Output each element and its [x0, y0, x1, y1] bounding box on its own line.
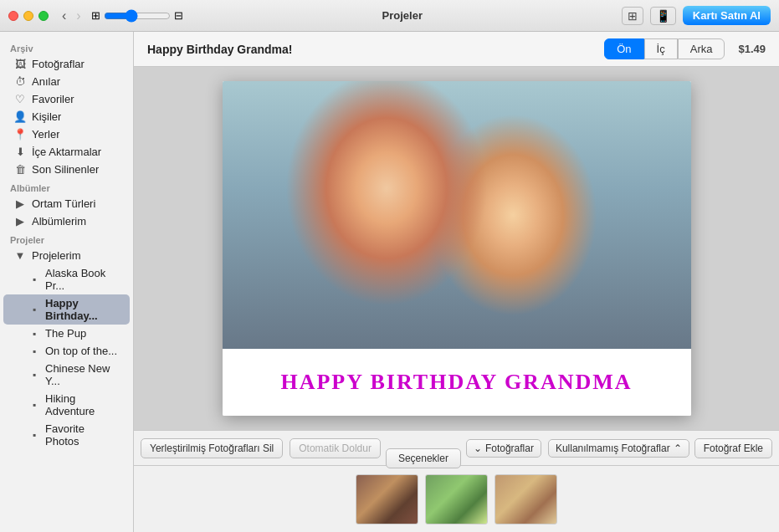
sidebar-item-label: Favoriler	[32, 93, 74, 105]
tab-inside[interactable]: İç	[644, 38, 678, 59]
project-icon: ▪	[28, 304, 40, 315]
sidebar-item-my-albums[interactable]: ▶ Albümlerim	[3, 212, 130, 230]
sidebar-item-label: Projelerim	[32, 249, 81, 262]
sidebar-item-label: Hiking Adventure	[45, 392, 120, 417]
collapse-icon: ▶	[13, 215, 27, 228]
sidebar-item-imports[interactable]: ⬇ İçe Aktarmalar	[3, 143, 130, 161]
window-title: Projeler	[183, 9, 622, 22]
photos-icon: 🖼	[13, 58, 27, 70]
card-photo	[223, 81, 691, 349]
card-text-area: HAPPY BIRTHDAY GRANDMA	[223, 349, 691, 416]
photos-dropdown-label: Fotoğraflar	[485, 442, 534, 454]
close-button[interactable]	[8, 11, 18, 21]
dropdown-arrow: ⌄	[474, 442, 482, 454]
sidebar-subitem-chinese[interactable]: ▪ Chinese New Y...	[3, 360, 130, 390]
sidebar-item-people[interactable]: 👤 Kişiler	[3, 108, 130, 125]
sidebar-item-deleted[interactable]: 🗑 Son Silinenler	[3, 161, 130, 178]
unused-label: Kullanılmamış Fotoğraflar	[556, 442, 670, 454]
options-button[interactable]: Seçenekler	[386, 448, 461, 468]
strip-photo-3[interactable]	[495, 474, 557, 524]
titlebar: ‹ › ⊞ ⊟ Projeler ⊞ 📱 Kartı Satın Al	[0, 0, 779, 32]
places-icon: 📍	[13, 128, 27, 141]
project-icon: ▪	[28, 429, 40, 441]
sidebar-item-label: On top of the...	[45, 345, 117, 357]
sidebar: Arşiv 🖼 Fotoğraflar ⏱ Anılar ♡ Favoriler…	[0, 32, 134, 532]
sidebar-item-memories[interactable]: ⏱ Anılar	[3, 73, 130, 90]
titlebar-right: ⊞ 📱 Kartı Satın Al	[622, 6, 771, 25]
delete-placed-button[interactable]: Yerleştirilmiş Fotoğrafları Sil	[141, 438, 283, 458]
people-icon: 👤	[13, 110, 27, 123]
sidebar-item-label: Ortam Türleri	[32, 197, 95, 210]
right-panel: Happy Birthday Grandma! Ön İç Arka $1.49…	[134, 32, 779, 532]
zoom-slider: ⊞ ⊟	[91, 9, 183, 23]
card-title: Happy Birthday Grandma!	[147, 43, 604, 56]
dropdown-chevron: ⌃	[674, 442, 682, 454]
single-icon: ⊟	[174, 9, 183, 22]
collapse-icon: ▶	[13, 197, 27, 210]
sidebar-subitem-pup[interactable]: ▪ The Pup	[3, 325, 130, 342]
photos-dropdown[interactable]: ⌄ Fotoğraflar	[466, 439, 541, 458]
photos-right: Kullanılmamış Fotoğraflar ⌃ Fotoğraf Ekl…	[548, 438, 772, 458]
canvas-area: HAPPY BIRTHDAY GRANDMA	[134, 67, 779, 430]
sidebar-item-label: Yerler	[32, 128, 59, 141]
add-photo-button[interactable]: Fotoğraf Ekle	[694, 438, 772, 458]
card-toolbar: Happy Birthday Grandma! Ön İç Arka $1.49	[134, 32, 779, 67]
buy-card-button[interactable]: Kartı Satın Al	[683, 6, 771, 25]
back-button[interactable]: ‹	[59, 7, 69, 25]
forward-button[interactable]: ›	[73, 7, 84, 25]
sidebar-subitem-alaska[interactable]: ▪ Alaska Book Pr...	[3, 264, 130, 294]
project-icon: ▪	[28, 345, 40, 357]
project-icon: ▪	[28, 328, 40, 340]
strip-photo-1[interactable]	[356, 474, 418, 524]
main-content: Arşiv 🖼 Fotoğraflar ⏱ Anılar ♡ Favoriler…	[0, 32, 779, 532]
sidebar-item-label: Fotoğraflar	[32, 58, 85, 70]
photo-strip	[134, 465, 779, 532]
grid-icon: ⊞	[91, 9, 100, 22]
project-icon: ▪	[28, 369, 40, 381]
memories-icon: ⏱	[13, 75, 27, 88]
deleted-icon: 🗑	[13, 163, 27, 176]
tab-back[interactable]: Arka	[678, 38, 725, 59]
section-label-archive: Arşiv	[0, 38, 133, 55]
price-label: $1.49	[738, 43, 766, 55]
unused-dropdown[interactable]: Kullanılmamış Fotoğraflar ⌃	[548, 439, 689, 458]
section-label-projects: Projeler	[0, 230, 133, 247]
sidebar-item-label: Anılar	[32, 75, 60, 88]
view-tabs: Ön İç Arka	[604, 38, 725, 59]
bottom-toolbar: Yerleştirilmiş Fotoğrafları Sil Otomatik…	[134, 430, 779, 465]
sidebar-item-label: The Pup	[45, 327, 86, 340]
project-icon: ▪	[28, 399, 40, 411]
card-container[interactable]: HAPPY BIRTHDAY GRANDMA	[223, 81, 691, 416]
sidebar-item-my-projects[interactable]: ▼ Projelerim	[3, 247, 130, 264]
sidebar-subitem-ontop[interactable]: ▪ On top of the...	[3, 342, 130, 360]
card-photo-image	[223, 81, 691, 349]
size-slider[interactable]	[104, 9, 171, 23]
maximize-button[interactable]	[38, 11, 49, 21]
sidebar-item-label: Kişiler	[32, 110, 61, 123]
sidebar-item-favorites[interactable]: ♡ Favoriler	[3, 90, 130, 108]
navigation-buttons: ‹ ›	[59, 7, 85, 25]
sidebar-toggle-button[interactable]: ⊞	[622, 7, 643, 25]
sidebar-item-photos[interactable]: 🖼 Fotoğraflar	[3, 55, 130, 73]
photos-section: ⌄ Fotoğraflar	[466, 439, 541, 458]
sidebar-subitem-hiking[interactable]: ▪ Hiking Adventure	[3, 390, 130, 420]
sidebar-item-label: Happy Birthday...	[45, 297, 120, 322]
project-icon: ▪	[28, 274, 40, 285]
auto-fill-button[interactable]: Otomatik Doldur	[290, 438, 381, 458]
sidebar-item-places[interactable]: 📍 Yerler	[3, 125, 130, 143]
birthday-text: HAPPY BIRTHDAY GRANDMA	[280, 370, 632, 395]
favorites-icon: ♡	[13, 93, 27, 105]
expand-icon: ▼	[13, 249, 27, 262]
device-button[interactable]: 📱	[650, 7, 676, 25]
tab-front[interactable]: Ön	[604, 38, 643, 59]
sidebar-item-label: Favorite Photos	[45, 422, 120, 448]
sidebar-item-label: Son Silinenler	[32, 163, 99, 176]
minimize-button[interactable]	[23, 11, 33, 21]
strip-photo-2[interactable]	[425, 474, 488, 524]
window-controls	[8, 11, 49, 21]
sidebar-subitem-birthday[interactable]: ▪ Happy Birthday...	[3, 294, 130, 325]
section-label-albums: Albümler	[0, 178, 133, 195]
sidebar-item-label: İçe Aktarmalar	[32, 146, 101, 158]
sidebar-item-media-types[interactable]: ▶ Ortam Türleri	[3, 195, 130, 212]
sidebar-subitem-favorite-photos[interactable]: ▪ Favorite Photos	[3, 420, 130, 450]
